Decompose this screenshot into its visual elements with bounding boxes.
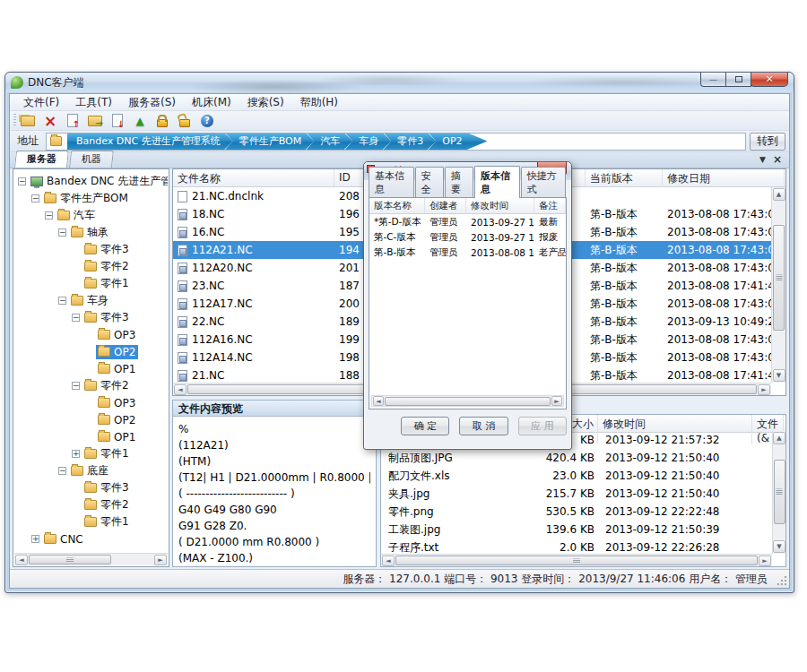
scroll-up-icon[interactable] [773, 432, 785, 444]
export-icon[interactable] [88, 114, 102, 128]
tree-item[interactable]: 零件1 [82, 445, 132, 462]
tree-item[interactable]: 零件3 [82, 309, 132, 326]
tree-item[interactable]: 零件2 [82, 377, 132, 394]
panel-close-icon[interactable]: × [773, 153, 782, 166]
tree-item[interactable]: CNC [42, 532, 86, 547]
menu-item-3[interactable]: 机床(M) [184, 94, 239, 111]
column-creator[interactable]: 创建者 [425, 198, 466, 213]
scroll-right-icon[interactable] [154, 555, 167, 565]
menu-item-0[interactable]: 文件(F) [15, 94, 67, 111]
tree-item[interactable]: 零件生产BOM [42, 190, 131, 207]
dialog-tab-0[interactable]: 基本信息 [369, 167, 414, 198]
column-remark[interactable]: 备注 [534, 198, 566, 213]
collapse-icon[interactable]: − [58, 297, 66, 305]
unlock-icon[interactable] [178, 114, 192, 128]
attachment-row[interactable]: 配刀文件.xls23.0 KB2013-09-12 21:50:40 [381, 467, 772, 485]
lock-icon[interactable] [155, 114, 169, 128]
ok-button[interactable]: 确 定 [401, 417, 449, 435]
tree-item[interactable]: 零件1 [82, 275, 132, 292]
column-file-name[interactable]: 文件名称 [173, 169, 334, 186]
tree-item[interactable]: OP2 [96, 413, 138, 427]
cancel-button[interactable]: 取 消 [459, 417, 508, 435]
dialog-tab-2[interactable]: 摘要 [445, 167, 473, 198]
menu-item-2[interactable]: 服务器(S) [120, 94, 184, 111]
tree-item[interactable]: OP2 [96, 345, 138, 359]
scrollbar-thumb[interactable] [395, 556, 758, 565]
scroll-left-icon[interactable] [382, 556, 395, 566]
expand-icon[interactable]: + [72, 450, 80, 458]
menu-item-4[interactable]: 搜索(S) [239, 94, 292, 111]
scroll-right-icon[interactable] [758, 384, 770, 395]
version-row[interactable]: 第-B-版本管理员2013-08-08 17:...老产品程序 [369, 245, 566, 260]
delete-icon[interactable] [43, 114, 57, 128]
attachment-row[interactable]: 工装图.jpg139.6 KB2013-09-12 21:50:39 [381, 521, 772, 538]
tree-item[interactable]: 底座 [69, 462, 111, 479]
scroll-left-icon[interactable] [174, 384, 187, 395]
collapse-icon[interactable]: − [18, 177, 26, 185]
scroll-right-icon[interactable] [551, 396, 562, 406]
tree-item[interactable]: OP3 [96, 328, 138, 342]
tree-item[interactable]: OP1 [96, 362, 138, 376]
file-list-vertical-scrollbar[interactable] [771, 187, 785, 383]
panel-tab-0[interactable]: 服务器 [14, 151, 69, 168]
scrollbar-thumb[interactable] [385, 397, 551, 406]
tree-item[interactable]: 零件2 [82, 258, 132, 275]
attachment-row[interactable]: 夹具.jpg215.7 KB2013-09-12 21:50:40 [381, 485, 772, 503]
attachment-row[interactable]: 制品顶图.JPG420.4 KB2013-09-12 21:50:40 [381, 449, 772, 467]
breadcrumb-segment-5[interactable]: OP2 [428, 133, 487, 151]
attachments-horizontal-scrollbar[interactable] [381, 554, 772, 566]
scrollbar-thumb[interactable] [774, 460, 785, 524]
collapse-icon[interactable]: − [72, 314, 80, 322]
scrollbar-thumb[interactable] [29, 555, 111, 564]
checkout-icon[interactable] [110, 114, 125, 128]
scrollbar-thumb[interactable] [773, 225, 785, 331]
breadcrumb-segment-0[interactable]: Bandex DNC 先进生产管理系统 [67, 133, 233, 151]
breadcrumb-segment-1[interactable]: 零件生产BOM [225, 133, 315, 151]
send-icon[interactable] [133, 114, 147, 128]
attachment-row[interactable]: 零件.png530.5 KB2013-09-12 22:22:48 [381, 503, 772, 521]
dialog-tab-4[interactable]: 快捷方式 [521, 167, 567, 198]
menu-item-5[interactable]: 帮助(H) [292, 94, 346, 111]
dialog-tab-1[interactable]: 安全 [415, 167, 444, 198]
panel-tab-1[interactable]: 机器 [69, 151, 114, 168]
scroll-down-icon[interactable] [773, 369, 785, 382]
column-current-version[interactable]: 当前版本 [586, 169, 663, 186]
help-icon[interactable] [200, 114, 214, 128]
dialog-tab-3[interactable]: 版本信息 [474, 166, 520, 198]
tree-item[interactable]: 零件3 [82, 241, 132, 258]
close-button[interactable]: ✕ [751, 73, 788, 87]
new-folder-icon[interactable] [21, 114, 35, 128]
collapse-icon[interactable]: − [58, 467, 66, 475]
tree-item[interactable]: 车身 [69, 292, 111, 309]
tree-item[interactable]: 零件3 [82, 479, 132, 496]
attachments-vertical-scrollbar[interactable] [772, 431, 785, 554]
scroll-left-icon[interactable] [373, 396, 384, 406]
version-row[interactable]: 第-C-版本管理员2013-09-27 14:...报废 [369, 229, 566, 245]
tree-item[interactable]: 轴承 [69, 224, 111, 241]
checkin-icon[interactable] [65, 114, 80, 128]
scroll-right-icon[interactable] [759, 556, 771, 566]
scroll-left-icon[interactable] [15, 555, 28, 565]
maximize-button[interactable] [725, 73, 751, 87]
column-modified-date[interactable]: 修改日期 [663, 169, 785, 186]
collapse-icon[interactable]: − [72, 382, 80, 390]
tree-item[interactable]: 零件1 [82, 513, 132, 530]
tree-item[interactable]: 零件2 [82, 496, 132, 513]
tree-horizontal-scrollbar[interactable] [14, 553, 168, 565]
collapse-icon[interactable]: − [45, 211, 53, 220]
tree-item[interactable]: OP1 [96, 430, 138, 444]
scroll-up-icon[interactable] [773, 188, 785, 201]
address-field[interactable]: Bandex DNC 先进生产管理系统零件生产BOM汽车车身零件3OP2 [46, 133, 746, 151]
version-row[interactable]: *第-D-版本管理员2013-09-27 14:...最新 [369, 214, 566, 229]
go-button[interactable]: 转到 [750, 133, 785, 151]
scroll-down-icon[interactable] [773, 540, 785, 553]
column-version-name[interactable]: 版本名称 [369, 198, 425, 213]
collapse-icon[interactable]: − [31, 194, 39, 202]
tree-item[interactable]: 汽车 [56, 207, 98, 224]
panel-dropdown-icon[interactable]: ▼ [759, 155, 766, 164]
tree-item[interactable]: OP3 [96, 396, 138, 410]
collapse-icon[interactable]: − [58, 228, 66, 237]
column-modified-time[interactable]: 修改时间 [466, 198, 534, 213]
minimize-button[interactable]: — [700, 73, 726, 87]
expand-icon[interactable]: + [31, 535, 39, 543]
